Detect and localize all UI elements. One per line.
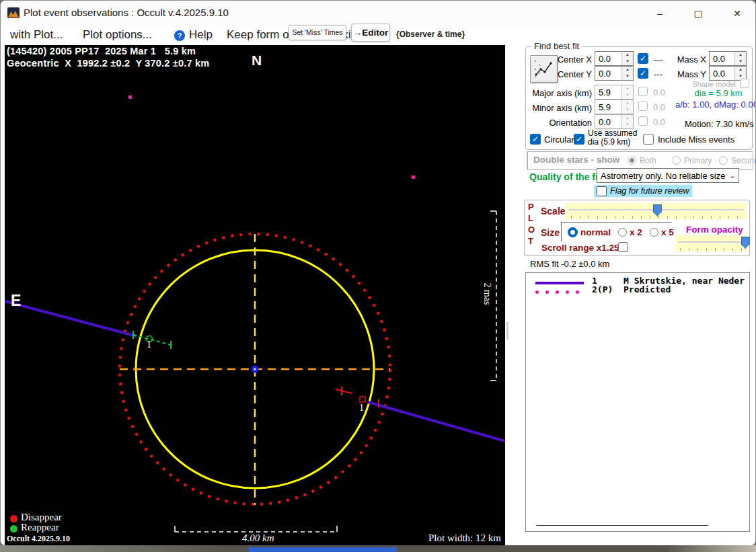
size-x2-label[interactable]: x 2 xyxy=(630,227,642,237)
mass-x-spinner[interactable]: 0.0 ▲▼ xyxy=(709,51,747,66)
double-stars-secondary-radio xyxy=(719,156,728,165)
observation-row-name[interactable]: Predicted xyxy=(623,284,671,294)
chevron-down-icon: ⌄ xyxy=(726,169,739,182)
scroll-range-checkbox[interactable] xyxy=(618,242,628,252)
size-x5-label[interactable]: x 5 xyxy=(661,227,674,237)
menu-plot-options[interactable]: Plot options... xyxy=(83,28,152,42)
predicted-dot-2 xyxy=(412,175,415,179)
orientation-checkbox xyxy=(638,116,648,126)
spinner-up-icon[interactable]: ▲ xyxy=(622,52,633,58)
scroll-range-label: Scroll range x1.25 xyxy=(541,243,619,253)
plot-controls-group: P L O T Scale Size normal x 2 x 5 Form o… xyxy=(524,200,750,256)
scale-slider[interactable] xyxy=(566,203,747,219)
spinner-down-icon[interactable]: ▼ xyxy=(622,73,633,80)
flag-review-checkbox[interactable] xyxy=(597,186,607,196)
find-best-fit-group: Find best fit Center X 0.0 ▲▼ ✓ --- xyxy=(525,46,753,150)
observer-time-label: {Observer & time} xyxy=(396,30,465,39)
center-x-label: Center X xyxy=(546,54,592,65)
spinner-down-icon[interactable]: ▼ xyxy=(622,58,633,65)
form-opacity-slider-thumb[interactable] xyxy=(741,237,750,249)
close-button[interactable]: ✕ xyxy=(722,1,753,26)
predicted-swatch xyxy=(535,290,579,294)
center-y-spinner[interactable]: 0.0 ▲▼ xyxy=(595,66,634,81)
rms-fit-label: RMS fit -0.2 ±0.0 km xyxy=(530,259,609,269)
mass-x-label: Mass X xyxy=(673,54,706,65)
include-miss-checkbox[interactable] xyxy=(643,134,654,145)
minor-axis-alt: 0.0 xyxy=(653,102,665,112)
center-x-checkbox[interactable]: ✓ xyxy=(638,53,648,64)
shape-model-checkbox[interactable] xyxy=(740,79,749,88)
menu-bar: with Plot... Plot options... ? Help Keep… xyxy=(1,26,755,45)
form-opacity-slider[interactable] xyxy=(675,235,747,251)
quality-combobox[interactable]: Astrometry only. No reliable size ⌄ xyxy=(597,168,739,183)
predicted-dot-1 xyxy=(128,95,132,99)
center-y-dashes: --- xyxy=(654,69,663,79)
scale-slider-thumb[interactable] xyxy=(653,204,662,216)
spinner-up-icon[interactable]: ▲ xyxy=(735,67,746,73)
set-miss-times-button[interactable]: Set 'Miss' Times xyxy=(289,25,346,40)
major-axis-label: Major axis (km) xyxy=(530,88,592,98)
chord-swatch xyxy=(535,282,584,284)
plot-letter-p: P xyxy=(528,202,534,212)
title-bar: Plot event observations : Occult v.4.202… xyxy=(1,1,755,26)
plot-geocentric-line: Geocentric X 1992.2 ±0.2 Y 370.2 ±0.7 km xyxy=(7,58,209,69)
spinner-down-icon[interactable]: ▼ xyxy=(735,58,746,65)
spinner-down-icon: ▼ xyxy=(622,92,633,99)
chord-number-left: 1 xyxy=(147,340,151,350)
disappear-point-marker xyxy=(360,397,365,402)
disappear-error-segment xyxy=(336,389,352,393)
reappear-legend-label: Reappear xyxy=(21,522,59,533)
find-best-fit-title: Find best fit xyxy=(531,41,582,51)
size-normal-radio[interactable] xyxy=(568,227,578,237)
minimize-button[interactable]: – xyxy=(644,1,675,26)
use-assumed-label-1: Use assumed xyxy=(588,128,637,138)
occultation-plot[interactable]: (145420) 2005 PP17 2025 Mar 1 5.9 km Geo… xyxy=(5,45,505,546)
flag-review-label: Flag for future review xyxy=(610,186,689,196)
minor-axis-spinner: 5.9 ▲▼ xyxy=(595,100,634,114)
app-window: Plot event observations : Occult v.4.202… xyxy=(0,0,756,546)
help-icon[interactable]: ? xyxy=(174,30,185,41)
center-x-spinner[interactable]: 0.0 ▲▼ xyxy=(595,51,634,66)
version-label: Occult 4.2025.9.10 xyxy=(7,534,70,544)
double-stars-primary-radio xyxy=(672,156,681,165)
quality-label: Quality of the fit xyxy=(529,171,601,182)
control-panel: Find best fit Center X 0.0 ▲▼ ✓ --- xyxy=(511,45,753,546)
spinner-up-icon[interactable]: ▲ xyxy=(622,67,633,73)
menu-help[interactable]: Help xyxy=(189,28,213,42)
observations-listbox[interactable]: 1 M Skrutskie, near Neder 2(P) Predicted xyxy=(525,272,750,532)
plot-title-line: (145420) 2005 PP17 2025 Mar 1 5.9 km xyxy=(7,46,196,56)
double-stars-group: Double stars - show Both Primary Seconda… xyxy=(527,151,753,170)
chord-line-left xyxy=(5,301,137,336)
observation-row-num[interactable]: 2(P) xyxy=(592,284,613,294)
use-assumed-checkbox[interactable]: ✓ xyxy=(574,134,584,145)
circular-checkbox[interactable]: ✓ xyxy=(530,134,541,145)
north-label: N xyxy=(252,52,262,69)
double-stars-title: Double stars - show xyxy=(533,155,619,165)
mass-y-label: Mass Y xyxy=(673,69,706,79)
scale-label: Scale xyxy=(541,206,566,216)
center-marker-core xyxy=(254,368,256,370)
spinner-up-icon[interactable]: ▲ xyxy=(735,52,746,58)
menu-with-plot[interactable]: with Plot... xyxy=(10,28,63,42)
size-normal-label[interactable]: normal xyxy=(580,227,611,237)
scale-bar-label: 4.00 km xyxy=(242,533,274,544)
splitter-handle[interactable] xyxy=(506,322,508,340)
motion-label: Motion: 7.30 km/s xyxy=(685,119,754,129)
spinner-up-icon: ▲ xyxy=(622,100,633,107)
size-x5-radio[interactable] xyxy=(650,228,658,237)
maximize-button[interactable]: ▢ xyxy=(683,1,714,26)
editor-button[interactable]: →Editor xyxy=(351,24,390,42)
plot-letter-o: O xyxy=(528,225,535,235)
center-y-checkbox[interactable]: ✓ xyxy=(638,68,648,79)
size-x2-radio[interactable] xyxy=(618,228,627,237)
listbox-separator xyxy=(536,525,708,526)
center-y-label: Center Y xyxy=(546,69,592,79)
minor-axis-label: Minor axis (km) xyxy=(530,103,592,113)
ab-dmag-label: a/b: 1.00, dMag: 0.00 xyxy=(675,100,756,110)
spinner-down-icon: ▼ xyxy=(622,107,633,114)
disappear-legend-dot xyxy=(10,515,17,522)
center-x-dashes: --- xyxy=(654,54,663,65)
orientation-spinner: 0.0 ▲▼ xyxy=(595,114,634,129)
plot-letter-t: T xyxy=(528,236,533,246)
form-opacity-label: Form opacity xyxy=(686,225,743,235)
